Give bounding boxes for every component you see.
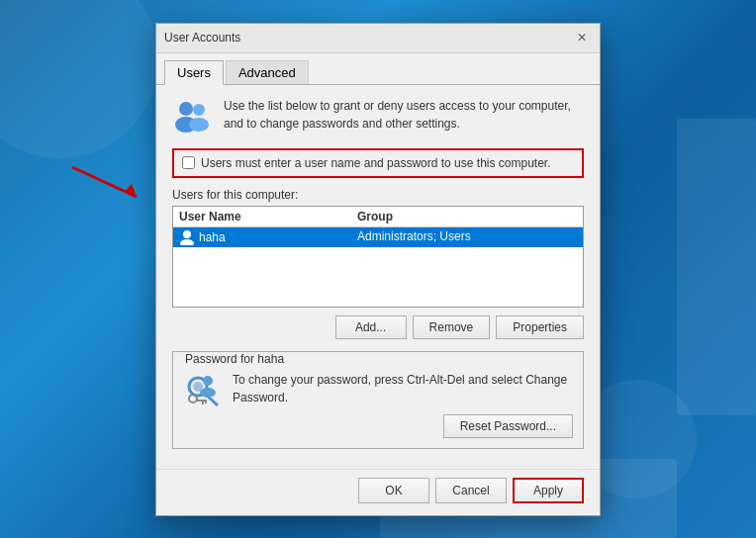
svg-point-12	[200, 388, 216, 398]
password-section: Password for haha	[172, 351, 584, 449]
close-button[interactable]: ✕	[572, 28, 592, 47]
cancel-button[interactable]: Cancel	[435, 478, 507, 503]
reset-password-button[interactable]: Reset Password...	[443, 414, 573, 438]
password-checkbox-section: Users must enter a user name and passwor…	[172, 148, 584, 178]
password-text: To change your password, press Ctrl-Alt-…	[233, 371, 573, 406]
password-content: To change your password, press Ctrl-Alt-…	[173, 367, 583, 448]
row-group: Administrators; Users	[357, 229, 577, 245]
dialog-title: User Accounts	[164, 31, 240, 45]
info-section: Use the list below to grant or deny user…	[172, 97, 584, 136]
reset-btn-wrap: Reset Password...	[233, 414, 573, 438]
users-icon	[172, 97, 212, 136]
user-accounts-dialog: User Accounts ✕ Users Advanced	[155, 23, 601, 516]
svg-point-5	[189, 118, 209, 132]
add-button[interactable]: Add...	[335, 315, 407, 339]
col-header-username: User Name	[179, 210, 357, 224]
users-list-label: Users for this computer:	[172, 188, 584, 202]
password-legend: Password for haha	[181, 352, 288, 366]
dialog-content: Use the list below to grant or deny user…	[156, 85, 600, 469]
svg-point-7	[180, 239, 194, 245]
password-right: To change your password, press Ctrl-Alt-…	[233, 371, 573, 438]
key-icon	[183, 371, 223, 410]
ok-button[interactable]: OK	[358, 478, 429, 503]
tab-advanced[interactable]: Advanced	[226, 60, 309, 85]
table-header: User Name Group	[173, 207, 583, 227]
require-password-label[interactable]: Users must enter a user name and passwor…	[201, 156, 551, 170]
bottom-buttons: OK Cancel Apply	[156, 469, 600, 515]
user-row-icon	[179, 229, 195, 245]
tab-users[interactable]: Users	[164, 60, 224, 85]
require-password-checkbox[interactable]	[182, 156, 195, 169]
action-buttons: Add... Remove Properties	[172, 315, 584, 339]
properties-button[interactable]: Properties	[496, 315, 584, 339]
col-header-group: Group	[357, 210, 577, 224]
svg-point-6	[183, 230, 191, 238]
remove-button[interactable]: Remove	[413, 315, 491, 339]
svg-point-11	[203, 376, 213, 386]
annotation-arrow	[67, 162, 146, 205]
apply-button[interactable]: Apply	[513, 478, 584, 503]
tab-strip: Users Advanced	[156, 53, 600, 85]
info-text: Use the list below to grant or deny user…	[224, 97, 584, 133]
title-bar-controls: ✕	[572, 28, 592, 47]
svg-point-2	[179, 102, 193, 116]
table-body: haha Administrators; Users	[173, 227, 583, 307]
table-row[interactable]: haha Administrators; Users	[173, 227, 583, 247]
row-username: haha	[179, 229, 357, 245]
title-bar: User Accounts ✕	[156, 24, 600, 53]
users-table: User Name Group haha Administrators; Use…	[172, 206, 584, 308]
svg-point-4	[193, 104, 205, 116]
